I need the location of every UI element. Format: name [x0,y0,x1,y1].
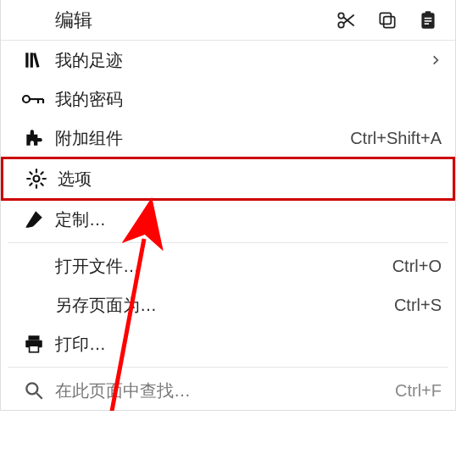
clipboard-icon [417,9,439,31]
puzzle-icon [18,127,50,149]
edit-row: 编辑 [1,0,455,41]
menu-item-label: 选项 [53,168,278,191]
menu-item-shortcut: Ctrl+S [394,296,442,315]
printer-icon [18,333,50,355]
svg-rect-11 [25,53,28,67]
menu-item-shortcut: Ctrl+Shift+A [350,129,442,148]
menu-item-open-file[interactable]: 打开文件… Ctrl+O [1,246,455,285]
scissors-icon [336,9,358,31]
menu-item-customize[interactable]: 定制… [1,200,455,239]
brush-icon [18,208,50,230]
key-icon [18,88,50,110]
svg-rect-5 [380,13,391,24]
svg-line-24 [41,183,42,185]
menu-item-label: 打开文件… [50,255,392,278]
highlight-annotation: 选项 [1,157,455,201]
cut-button[interactable] [326,3,367,37]
menu-item-label: 我的密码 [50,88,442,111]
menu-item-save-as[interactable]: 另存页面为… Ctrl+S [1,285,455,324]
svg-point-14 [23,96,30,102]
paste-button[interactable] [408,3,448,37]
menu-item-label: 在此页面中查找… [50,379,395,402]
svg-line-25 [30,183,31,185]
menu-item-library[interactable]: 我的足迹 [1,41,455,80]
svg-line-26 [41,172,42,174]
svg-line-31 [36,393,42,399]
search-icon [18,379,50,401]
svg-rect-4 [384,16,395,27]
svg-rect-7 [425,11,431,14]
copy-icon [376,9,398,31]
svg-rect-10 [425,23,429,25]
svg-line-23 [30,172,31,174]
copy-button[interactable] [367,3,408,37]
menu-item-print[interactable]: 打印… [1,324,455,363]
menu-item-label: 另存页面为… [50,294,394,317]
menu-item-label: 打印… [50,333,442,356]
menu-item-shortcut: Ctrl+O [392,257,442,276]
gear-icon [20,168,53,190]
library-icon [18,49,50,71]
menu-item-shortcut: Ctrl+F [395,381,442,401]
chevron-right-icon [430,54,442,66]
svg-rect-13 [33,53,40,68]
menu-item-addons[interactable]: 附加组件 Ctrl+Shift+A [1,119,455,158]
svg-rect-9 [425,20,432,22]
svg-rect-12 [31,53,33,67]
app-menu: 编辑 [0,0,456,411]
menu-item-options[interactable]: 选项 [3,159,292,198]
svg-rect-27 [29,335,40,340]
svg-rect-29 [30,346,39,352]
separator [8,367,448,368]
menu-item-find[interactable]: 在此页面中查找… Ctrl+F [1,371,455,410]
menu-item-passwords[interactable]: 我的密码 [1,80,455,119]
edit-label: 编辑 [18,8,92,33]
menu-item-label: 我的足迹 [50,49,430,72]
svg-point-30 [26,383,37,394]
separator [8,242,448,243]
menu-item-label: 附加组件 [50,127,350,150]
svg-point-18 [34,176,40,182]
menu-item-label: 定制… [50,208,442,231]
svg-rect-8 [425,17,432,19]
